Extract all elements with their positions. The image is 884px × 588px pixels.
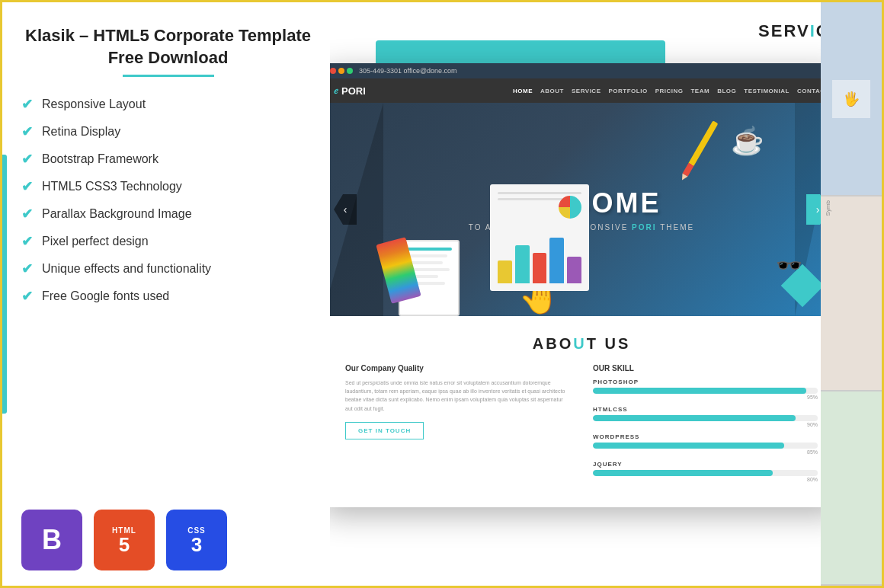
- skill-bar-fill: [593, 415, 796, 421]
- glasses: 🕶️: [776, 253, 802, 278]
- css3-logo: CSS 3: [166, 510, 227, 570]
- skill-pct: 80%: [593, 477, 818, 482]
- color-swatches: [383, 240, 414, 301]
- chart-illustration: 🤚: [490, 184, 589, 316]
- title-block: Klasik – HTML5 Corporate Template Free D…: [21, 25, 315, 77]
- html5-logo: HTML 5: [94, 510, 155, 570]
- skill-name: WORDPRESS: [593, 433, 818, 440]
- website-preview: 305-449-3301 office@done.com 𝑒 PORI HOME…: [330, 63, 841, 507]
- site-logo: 𝑒 PORI: [334, 85, 366, 97]
- list-item: ✔ Retina Display: [21, 123, 315, 140]
- skill-bar-bg: [593, 388, 818, 394]
- list-item: ✔ Bootstrap Framework: [21, 151, 315, 168]
- skill-pct: 95%: [593, 395, 818, 400]
- check-icon: ✔: [21, 288, 33, 305]
- browser-bar: 305-449-3301 office@done.com: [330, 63, 841, 78]
- about-right: OUR SKILL PHOTOSHOP 95% HTMLCSS: [593, 364, 818, 488]
- skill-title: OUR SKILL: [593, 364, 818, 372]
- check-icon: ✔: [21, 178, 33, 195]
- nav-item-portfolio[interactable]: PORTFOLIO: [608, 88, 647, 94]
- about-left: Our Company Quality Sed ut perspiciatis …: [345, 364, 570, 488]
- nav-item-team[interactable]: TEAM: [690, 88, 709, 94]
- check-icon: ✔: [21, 233, 33, 250]
- list-item: ✔ Pixel perfect design: [21, 233, 315, 250]
- about-title: ABOUT US: [345, 335, 818, 353]
- thumb-item-1: 🖐️: [821, 2, 882, 197]
- feature-label: Responsive Layout: [42, 97, 146, 111]
- teal-underline: [123, 75, 214, 77]
- skill-item-wordpress: WORDPRESS 85%: [593, 433, 818, 455]
- feature-label: Bootstrap Framework: [42, 152, 159, 166]
- list-item: ✔ Responsive Layout: [21, 96, 315, 113]
- coffee-cup: ☕: [731, 126, 764, 157]
- browser-info: 305-449-3301 office@done.com: [359, 67, 457, 75]
- skill-bar-bg: [593, 415, 818, 421]
- check-icon: ✔: [21, 206, 33, 222]
- main-container: Klasik – HTML5 Corporate Template Free D…: [2, 2, 882, 586]
- skill-name: PHOTOSHOP: [593, 379, 818, 385]
- right-thumbs: 🖐️ Symb: [821, 2, 882, 586]
- right-panel: SERVICES GRAPHICS: [330, 2, 882, 586]
- get-in-touch-button[interactable]: GET IN TOUCH: [345, 422, 424, 439]
- check-icon: ✔: [21, 260, 33, 277]
- skill-bar-fill: [593, 470, 773, 476]
- skill-bar-fill: [593, 443, 784, 449]
- check-icon: ✔: [21, 151, 33, 168]
- skill-name: JQUERY: [593, 461, 818, 468]
- features-list: ✔ Responsive Layout ✔ Retina Display ✔ B…: [21, 96, 315, 487]
- nav-item-pricing[interactable]: PRICING: [655, 88, 684, 94]
- skill-name: HTMLCSS: [593, 406, 818, 413]
- skill-bar-bg: [593, 470, 818, 476]
- logo-text: PORI: [341, 85, 366, 97]
- skill-item-photoshop: PHOTOSHOP 95%: [593, 379, 818, 400]
- list-item: ✔ Parallax Background Image: [21, 206, 315, 222]
- nav-item-blog[interactable]: BLOG: [717, 88, 736, 94]
- page-title: Klasik – HTML5 Corporate Template Free D…: [21, 25, 315, 69]
- skill-item-jquery: JQUERY 80%: [593, 461, 818, 482]
- feature-label: Free Google fonts used: [42, 289, 169, 303]
- close-dot: [330, 68, 336, 74]
- nav-items: HOME ABOUT SERVICE PORTFOLIO PRICING TEA…: [513, 88, 829, 94]
- skill-pct: 85%: [593, 449, 818, 455]
- skill-item-htmlcss: HTMLCSS 90%: [593, 406, 818, 427]
- skill-bar-bg: [593, 443, 818, 449]
- company-quality-text: Sed ut perspiciatis unde omnia iste natu…: [345, 379, 570, 413]
- expand-dot: [347, 68, 353, 74]
- tech-logos: B HTML 5 CSS 3: [21, 510, 315, 570]
- thumb-item-3: [821, 391, 882, 586]
- services-accent: I: [810, 21, 816, 40]
- feature-label: Parallax Background Image: [42, 207, 192, 221]
- list-item: ✔ Free Google fonts used: [21, 288, 315, 305]
- nav-item-home[interactable]: HOME: [513, 88, 533, 94]
- about-content: Our Company Quality Sed ut perspiciatis …: [345, 364, 818, 488]
- left-panel: Klasik – HTML5 Corporate Template Free D…: [2, 2, 330, 586]
- bootstrap-logo: B: [21, 510, 82, 570]
- check-icon: ✔: [21, 96, 33, 113]
- services-title: SERVICES: [341, 14, 870, 41]
- nav-item-service[interactable]: SERVICE: [572, 88, 601, 94]
- feature-label: Unique effects and functionality: [42, 262, 211, 276]
- site-hero: ‹ › WELCOME TO ARTLESS 100% RESPONSIVE P…: [330, 103, 841, 316]
- site-navbar: 𝑒 PORI HOME ABOUT SERVICE PORTFOLIO PRIC…: [330, 78, 841, 103]
- feature-label: HTML5 CSS3 Technology: [42, 180, 182, 193]
- nav-item-testimonial[interactable]: TESTIMONIAL: [744, 88, 790, 94]
- minimize-dot: [338, 68, 344, 74]
- site-about: ABOUT US Our Company Quality Sed ut pers…: [330, 316, 841, 507]
- skill-pct: 90%: [593, 422, 818, 427]
- browser-dots: [330, 68, 353, 74]
- teal-accent-bar: [2, 155, 7, 414]
- feature-label: Retina Display: [42, 125, 120, 139]
- company-quality-title: Our Company Quality: [345, 364, 570, 372]
- feature-label: Pixel perfect design: [42, 235, 149, 248]
- nav-item-about[interactable]: ABOUT: [540, 88, 564, 94]
- list-item: ✔ HTML5 CSS3 Technology: [21, 178, 315, 195]
- list-item: ✔ Unique effects and functionality: [21, 260, 315, 277]
- skill-bar-fill: [593, 388, 806, 394]
- thumb-item-2: Symb: [821, 197, 882, 391]
- check-icon: ✔: [21, 123, 33, 140]
